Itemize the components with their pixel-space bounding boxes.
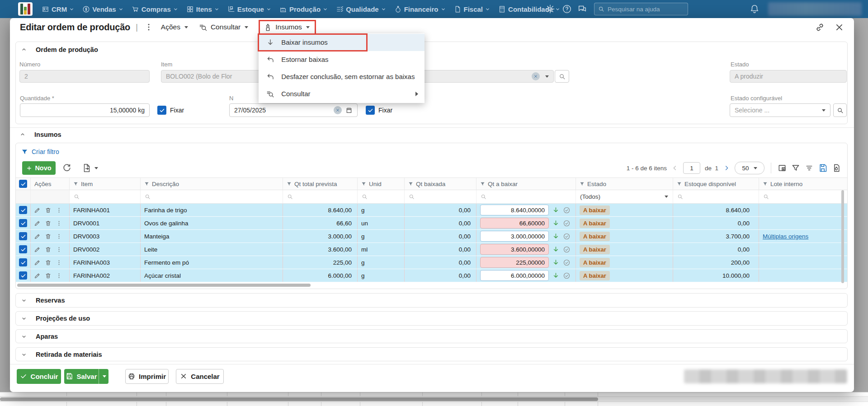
qt-a-baixar-input[interactable]	[480, 218, 549, 229]
qt-a-baixar-input[interactable]	[480, 257, 549, 268]
app-logo[interactable]	[18, 2, 33, 16]
table-row[interactable]: FARINHA003 Fermento em pó 225,00 g 0,00 …	[16, 256, 848, 269]
multiplas-origens-link[interactable]: Múltiplas origens	[763, 233, 808, 240]
row-checkbox[interactable]	[19, 219, 27, 227]
kebab-menu-icon[interactable]	[144, 23, 153, 32]
settings-gear-icon[interactable]	[545, 4, 555, 14]
row-kebab-icon[interactable]	[56, 272, 62, 279]
next-page-icon[interactable]	[723, 164, 730, 172]
row-kebab-icon[interactable]	[56, 259, 62, 266]
notifications-bell-icon[interactable]	[750, 4, 760, 14]
filter-item[interactable]	[70, 190, 141, 203]
col-qt-total[interactable]: Qt total prevista	[283, 178, 358, 190]
menu-item[interactable]: Consultar	[259, 85, 425, 103]
salvar-options-caret[interactable]	[99, 369, 108, 384]
expand-chevron-down-icon[interactable]	[21, 298, 27, 303]
acoes-button[interactable]: Ações	[158, 21, 191, 33]
insumos-button[interactable]: Insumos	[263, 22, 311, 33]
filter-estoque[interactable]	[673, 190, 759, 203]
scrollbar-thumb[interactable]	[0, 397, 598, 401]
item-dropdown-caret[interactable]	[545, 75, 549, 78]
qt-a-baixar-input[interactable]	[480, 244, 549, 255]
user-account-redacted[interactable]	[768, 2, 862, 16]
filter-descricao[interactable]	[141, 190, 283, 203]
collapsed-section-aparas[interactable]: Aparas	[15, 329, 848, 343]
delete-trash-icon[interactable]	[45, 220, 52, 227]
export-caret[interactable]	[94, 167, 98, 169]
copy-link-icon[interactable]	[815, 23, 825, 32]
table-row[interactable]: FARINHA001 Farinha de trigo 8.640,00 g 0…	[16, 204, 848, 217]
estado-configuravel-select[interactable]: Selecione ...	[730, 103, 830, 117]
menu-item[interactable]: Baixar insumos	[259, 34, 425, 51]
nav-menu-itens[interactable]: Itens	[183, 0, 223, 18]
menu-item[interactable]: Estornar baixas	[259, 51, 425, 68]
delete-trash-icon[interactable]	[45, 246, 52, 253]
row-checkbox[interactable]	[19, 271, 27, 280]
clear-date-icon[interactable]	[334, 106, 342, 114]
calendar-icon[interactable]	[345, 107, 353, 114]
col-qt-baixada[interactable]: Qt baixada	[405, 178, 476, 190]
nav-menu-vendas[interactable]: Vendas	[79, 0, 127, 18]
col-unid[interactable]: Unid	[358, 178, 405, 190]
help-search-input[interactable]	[608, 6, 675, 13]
menu-item[interactable]: Desfazer conclusão, sem estornar as baix…	[259, 68, 425, 85]
page-horizontal-scrollbar[interactable]	[0, 396, 868, 402]
confirm-check-circle-icon[interactable]	[563, 246, 571, 253]
collapse-chevron-up-icon[interactable]	[21, 47, 27, 52]
fixar-data-checkbox[interactable]	[366, 106, 375, 115]
page-size-select[interactable]: 50	[735, 162, 764, 174]
criar-filtro-link[interactable]: Criar filtro	[21, 148, 59, 155]
baixar-down-arrow-icon[interactable]	[552, 233, 560, 240]
row-checkbox[interactable]	[19, 232, 27, 240]
grid-vertical-scrollbar[interactable]	[841, 190, 844, 283]
refresh-icon[interactable]	[62, 163, 72, 173]
page-number-input[interactable]	[683, 162, 700, 174]
export-icon[interactable]	[82, 163, 92, 173]
cancelar-button[interactable]: Cancelar	[176, 369, 224, 384]
collapsed-section-retirada-de-materiais[interactable]: Retirada de materiais	[15, 347, 848, 361]
chat-icon[interactable]	[577, 4, 587, 14]
col-lote[interactable]: Lote interno	[759, 178, 848, 190]
qt-a-baixar-input[interactable]	[480, 270, 549, 281]
delete-trash-icon[interactable]	[45, 259, 52, 266]
col-item[interactable]: Item	[70, 178, 141, 190]
expand-chevron-down-icon[interactable]	[21, 334, 27, 339]
imprimir-button[interactable]: Imprimir	[125, 369, 169, 384]
nav-menu-financeiro[interactable]: Financeiro	[391, 0, 449, 18]
baixar-down-arrow-icon[interactable]	[552, 272, 560, 280]
choose-columns-icon[interactable]	[778, 163, 787, 173]
confirm-check-circle-icon[interactable]	[563, 219, 571, 227]
confirm-check-circle-icon[interactable]	[563, 272, 571, 280]
table-row[interactable]: DRV0001 Ovos de galinha 66,60 un 0,00 A …	[16, 217, 848, 230]
table-row[interactable]: DRV0002 Leite 3.600,00 ml 0,00 A baixar …	[16, 243, 848, 256]
expand-chevron-down-icon[interactable]	[21, 316, 27, 321]
qt-a-baixar-input[interactable]	[480, 231, 549, 242]
row-checkbox[interactable]	[19, 258, 27, 266]
clear-item-icon[interactable]	[532, 72, 540, 80]
row-kebab-icon[interactable]	[56, 220, 62, 227]
nav-menu-fiscal[interactable]: Fiscal	[450, 0, 494, 18]
confirm-check-circle-icon[interactable]	[563, 233, 571, 240]
collapse-chevron-up-icon[interactable]	[20, 132, 25, 137]
baixar-down-arrow-icon[interactable]	[552, 246, 560, 253]
nav-menu-compras[interactable]: Compras	[128, 0, 182, 18]
item-search-button[interactable]	[555, 70, 569, 83]
col-qt-a-baixar[interactable]: Qt a baixar	[476, 178, 576, 190]
edit-pencil-icon[interactable]	[34, 272, 41, 279]
prev-page-icon[interactable]	[671, 164, 679, 172]
filter-qt-a-baixar[interactable]	[476, 190, 576, 203]
consultar-button[interactable]: Consultar	[196, 21, 251, 34]
delete-trash-icon[interactable]	[45, 233, 52, 240]
col-acoes[interactable]: Ações	[31, 178, 70, 190]
row-kebab-icon[interactable]	[56, 246, 62, 253]
help-icon[interactable]	[562, 4, 572, 14]
filter-funnel-icon[interactable]	[791, 163, 800, 173]
filter-estado-select[interactable]: (Todos)	[576, 190, 673, 203]
nav-menu-crm[interactable]: CRM	[38, 0, 78, 18]
row-checkbox[interactable]	[19, 245, 27, 253]
row-kebab-icon[interactable]	[56, 233, 62, 240]
qt-a-baixar-input[interactable]	[480, 205, 549, 215]
confirm-check-circle-icon[interactable]	[563, 259, 571, 266]
filter-lote[interactable]	[759, 190, 848, 203]
col-estoque[interactable]: Estoque disponível	[673, 178, 759, 190]
